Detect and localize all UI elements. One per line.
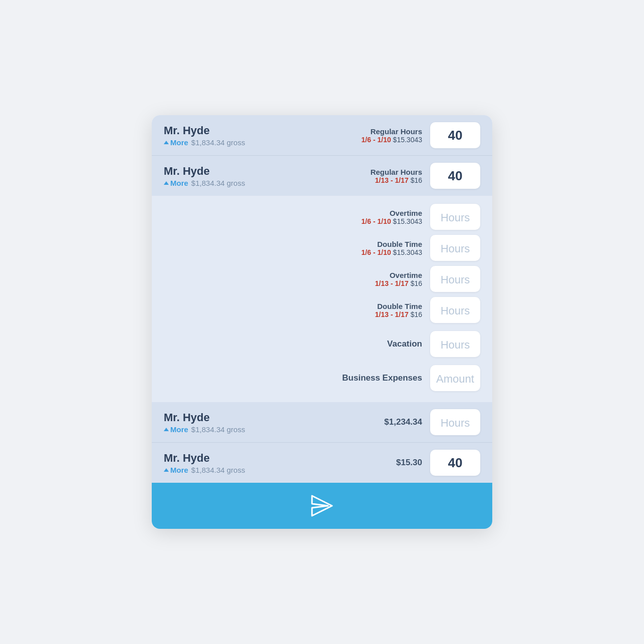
employee-meta-1: More $1,834.34 gross xyxy=(164,138,245,147)
detail-section: Overtime 1/6 - 1/10 $15.3043 Double Time… xyxy=(152,196,492,402)
employee-right-2: Regular Hours 1/13 - 1/17 $16 xyxy=(371,163,480,189)
detail-label-block-overtime-2: Overtime 1/13 - 1/17 $16 xyxy=(375,271,422,287)
employee-left-3: Mr. Hyde More $1,834.34 gross xyxy=(164,411,245,434)
employee-row-4: Mr. Hyde More $1,834.34 gross $15.30 xyxy=(152,443,492,483)
arrow-up-icon-3 xyxy=(164,428,169,431)
submit-bar[interactable] xyxy=(152,483,492,529)
business-expenses-input[interactable] xyxy=(430,365,480,391)
employee-meta-2: More $1,834.34 gross xyxy=(164,179,245,187)
detail-label-block-doubletime-2: Double Time 1/13 - 1/17 $16 xyxy=(375,302,422,318)
hours-input-2[interactable] xyxy=(430,163,480,189)
employee-name-4: Mr. Hyde xyxy=(164,452,245,465)
detail-label-doubletime-2: Double Time xyxy=(375,302,422,310)
detail-label-doubletime-1: Double Time xyxy=(362,240,422,248)
hours-input-4[interactable] xyxy=(430,450,480,476)
overtime-hours-input-1[interactable] xyxy=(430,204,480,230)
employee-row-3: Mr. Hyde More $1,834.34 gross $1,234.34 xyxy=(152,402,492,443)
detail-date-range-4: 1/13 - 1/17 xyxy=(375,310,409,318)
detail-row-doubletime-1: Double Time 1/6 - 1/10 $15.3043 xyxy=(164,235,480,261)
date-range-2: 1/13 - 1/17 xyxy=(375,176,409,184)
amount-label-1: $1,234.34 xyxy=(384,417,422,427)
employee-left-4: Mr. Hyde More $1,834.34 gross xyxy=(164,452,245,474)
detail-row-overtime-2: Overtime 1/13 - 1/17 $16 xyxy=(164,266,480,292)
detail-label-overtime-2: Overtime xyxy=(375,271,422,279)
detail-label-block-overtime-1: Overtime 1/6 - 1/10 $15.3043 xyxy=(362,209,422,225)
detail-row-overtime-1: Overtime 1/6 - 1/10 $15.3043 xyxy=(164,204,480,230)
employee-left-1: Mr. Hyde More $1,834.34 gross xyxy=(164,124,245,147)
detail-period-doubletime-1: 1/6 - 1/10 $15.3043 xyxy=(362,248,422,256)
business-expenses-row: Business Expenses xyxy=(164,362,480,394)
employee-name-2: Mr. Hyde xyxy=(164,165,245,178)
overtime-hours-input-2[interactable] xyxy=(430,266,480,292)
gross-text-3: $1,834.34 gross xyxy=(191,425,245,434)
rate-value-2: $16 xyxy=(411,176,422,184)
employee-right-4: $15.30 xyxy=(396,450,480,476)
hours-input-1[interactable] xyxy=(430,122,480,148)
arrow-up-icon-4 xyxy=(164,468,169,472)
vacation-hours-input[interactable] xyxy=(430,331,480,357)
detail-row-doubletime-2: Double Time 1/13 - 1/17 $16 xyxy=(164,297,480,323)
rate-label-1: Regular Hours xyxy=(362,127,422,136)
employee-name-3: Mr. Hyde xyxy=(164,411,245,424)
more-button-3[interactable]: More xyxy=(164,425,188,434)
gross-text-2: $1,834.34 gross xyxy=(191,179,245,187)
rate-block-1: Regular Hours 1/6 - 1/10 $15.3043 xyxy=(362,127,422,144)
doubletime-hours-input-1[interactable] xyxy=(430,235,480,261)
arrow-up-icon-1 xyxy=(164,141,169,144)
detail-date-range-1: 1/6 - 1/10 xyxy=(362,217,391,225)
send-icon xyxy=(310,494,334,518)
doubletime-hours-input-2[interactable] xyxy=(430,297,480,323)
employee-meta-4: More $1,834.34 gross xyxy=(164,466,245,474)
employee-section-1: Mr. Hyde More $1,834.34 gross Regular Ho… xyxy=(152,115,492,196)
detail-rate-2: $15.3043 xyxy=(393,248,422,256)
detail-period-overtime-1: 1/6 - 1/10 $15.3043 xyxy=(362,217,422,225)
rate-value-1: $15.3043 xyxy=(393,136,422,144)
detail-label-block-doubletime-1: Double Time 1/6 - 1/10 $15.3043 xyxy=(362,240,422,256)
employee-section-2: Mr. Hyde More $1,834.34 gross $1,234.34 … xyxy=(152,402,492,483)
more-button-2[interactable]: More xyxy=(164,179,188,187)
rate-period-1: 1/6 - 1/10 $15.3043 xyxy=(362,136,422,144)
main-card: Mr. Hyde More $1,834.34 gross Regular Ho… xyxy=(152,115,492,529)
detail-period-overtime-2: 1/13 - 1/17 $16 xyxy=(375,279,422,287)
employee-right-3: $1,234.34 xyxy=(384,409,480,435)
svg-marker-0 xyxy=(312,496,332,516)
amount-label-2: $15.30 xyxy=(396,458,422,468)
gross-text-4: $1,834.34 gross xyxy=(191,466,245,474)
detail-rate-3: $16 xyxy=(411,279,422,287)
employee-left-2: Mr. Hyde More $1,834.34 gross xyxy=(164,165,245,187)
detail-period-doubletime-2: 1/13 - 1/17 $16 xyxy=(375,310,422,318)
date-range-1: 1/6 - 1/10 xyxy=(362,136,391,144)
detail-rate-1: $15.3043 xyxy=(393,217,422,225)
employee-right-1: Regular Hours 1/6 - 1/10 $15.3043 xyxy=(362,122,480,148)
detail-date-range-3: 1/13 - 1/17 xyxy=(375,279,409,287)
rate-period-2: 1/13 - 1/17 $16 xyxy=(371,176,422,184)
more-button-4[interactable]: More xyxy=(164,466,188,474)
employee-name-1: Mr. Hyde xyxy=(164,124,245,137)
rate-block-2: Regular Hours 1/13 - 1/17 $16 xyxy=(371,168,422,184)
employee-meta-3: More $1,834.34 gross xyxy=(164,425,245,434)
vacation-label: Vacation xyxy=(387,339,422,349)
rate-label-2: Regular Hours xyxy=(371,168,422,176)
vacation-row: Vacation xyxy=(164,328,480,357)
detail-label-overtime-1: Overtime xyxy=(362,209,422,217)
business-expenses-label: Business Expenses xyxy=(342,373,422,383)
hours-input-3[interactable] xyxy=(430,409,480,435)
detail-date-range-2: 1/6 - 1/10 xyxy=(362,248,391,256)
arrow-up-icon-2 xyxy=(164,181,169,185)
employee-row-1: Mr. Hyde More $1,834.34 gross Regular Ho… xyxy=(152,115,492,156)
employee-row-2: Mr. Hyde More $1,834.34 gross Regular Ho… xyxy=(152,156,492,196)
gross-text-1: $1,834.34 gross xyxy=(191,138,245,147)
detail-rate-4: $16 xyxy=(411,310,422,318)
more-button-1[interactable]: More xyxy=(164,138,188,147)
